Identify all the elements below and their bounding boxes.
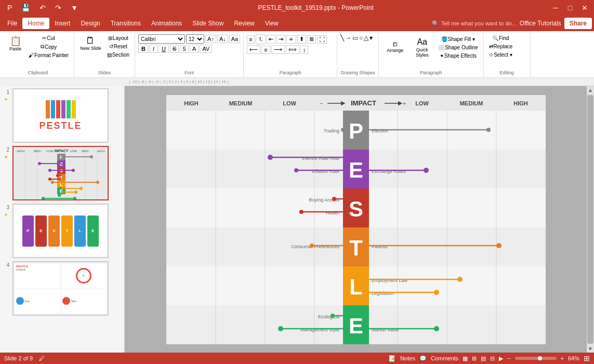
slide-thumb-2[interactable]: 2 ★ HIGH MED LOW IMPACT LOW [2,146,122,200]
new-slide-button[interactable]: 🗒 New Slide [77,34,104,52]
char-spacing-button[interactable]: AV [200,45,212,53]
triangle-shape[interactable]: △ [364,34,368,42]
reset-button[interactable]: ↺ Reset [105,43,131,50]
font-color-button[interactable]: A [190,45,199,53]
replace-button[interactable]: ⇄ Replace [487,43,515,50]
clipboard-label: Clipboard [5,69,71,76]
editing-content: 🔍 Find ⇄ Replace ⊹ Select ▾ [487,34,527,69]
shape-outline-button[interactable]: ⬜ Shape Outline [436,44,480,51]
increase-font-button[interactable]: A↑ [205,35,216,43]
align-left-button[interactable]: ⟵ [247,45,260,54]
menu-file[interactable]: File [2,18,22,29]
fit-slide-button[interactable]: ⊞ [584,354,590,362]
zoom-in-button[interactable]: + [561,355,564,361]
menu-transitions[interactable]: Transitions [105,18,146,29]
menu-review[interactable]: Review [229,18,259,29]
text-direction-button[interactable]: ⬆ [297,35,306,44]
svg-text:E: E [348,314,363,338]
layout-button[interactable]: ⊞ Layout [105,34,131,42]
share-button[interactable]: Share [564,18,592,29]
bullets-button[interactable]: ≡ [247,35,254,44]
search-box[interactable]: 🔍 Tell me what you want to do... [432,20,517,27]
align-text-button[interactable]: ≣ [307,35,316,44]
slide-thumb-1[interactable]: 1 ★ PESTLE [2,88,122,143]
decrease-indent-button[interactable]: ⇤ [267,35,275,44]
app-icon[interactable]: P [4,3,15,13]
circle-shape[interactable]: ○ [359,34,363,42]
format-painter-button[interactable]: 🖌 Format Painter [27,51,71,59]
scroll-up-arrow[interactable]: ▲ [587,86,594,94]
font-family-select[interactable]: Calibri [138,34,185,44]
select-button[interactable]: ⊹ Select ▾ [487,51,515,59]
comments-icon: 💬 [419,355,427,362]
office-tutorials-link[interactable]: Office Tutorials [520,20,561,27]
paste-button[interactable]: 📋 Paste [5,34,25,53]
ruler-horizontal: | -10 | -8 | -6 | -4 | -2 | 0 | 2 | 4 | … [125,78,594,86]
align-right-button[interactable]: ⟶ [271,45,285,54]
italic-button[interactable]: I [150,45,157,53]
arrange-button[interactable]: ⧠ Arrange [382,34,408,60]
customize-qat-button[interactable]: ▼ [68,3,81,13]
columns-button[interactable]: ⫩ [286,35,296,44]
font-row2: B I U S S A AV [138,45,212,53]
bold-button[interactable]: B [138,45,149,53]
line-spacing-button[interactable]: ↕ [300,46,309,54]
minimize-button[interactable]: ─ [550,3,561,13]
slide-thumb-4[interactable]: 4 ★ PESTLE Analysis P Eco [2,261,122,316]
shadow-button[interactable]: S [180,45,189,53]
maximize-button[interactable]: □ [565,3,575,13]
font-size-select[interactable]: 12 [186,34,204,44]
copy-button[interactable]: ⧉ Copy [27,43,71,51]
zoom-slider-thumb[interactable] [538,356,542,360]
zoom-slider[interactable] [515,357,557,360]
svg-point-38 [51,181,54,184]
scroll-thumb[interactable] [587,95,593,344]
view-normal-button[interactable]: ▦ [463,355,468,362]
svg-text:Ecological: Ecological [318,314,339,319]
menu-view[interactable]: View [260,18,284,29]
zoom-out-button[interactable]: − [507,355,510,361]
align-center-button[interactable]: ≡ [261,46,270,54]
clear-format-button[interactable]: Aa [229,35,240,43]
shape-effects-button[interactable]: ✦ Shape Effects [436,52,480,60]
slideshow-button[interactable]: ▶ [499,355,503,362]
slide-thumb-3[interactable]: 3 ★ P E S T L E [2,204,122,258]
shape-fill-button[interactable]: 🪣 Shape Fill ▾ [436,35,480,43]
notes-icon: 📝 [389,355,396,362]
line-shape[interactable]: ╲ [340,34,344,42]
menu-insert[interactable]: Insert [49,18,75,29]
undo-button[interactable]: ↶ [36,3,49,13]
view-reading-button[interactable]: ⊟ [490,355,495,362]
numbering-button[interactable]: ⒈ [256,34,266,44]
view-slide-sorter-button[interactable]: ▤ [481,355,486,362]
increase-indent-button[interactable]: ⇥ [276,35,285,44]
menu-home[interactable]: Home [22,18,49,29]
notes-label[interactable]: Notes [400,355,415,361]
scroll-down-arrow[interactable]: ▼ [587,345,594,353]
main-slide-canvas[interactable]: HIGH MEDIUM LOW − IMPACT + LOW MEDIUM HI… [166,95,546,344]
find-button[interactable]: 🔍 Find [487,34,515,42]
vertical-scrollbar[interactable]: ▲ ▼ [587,86,594,353]
rect-shape[interactable]: ▭ [352,34,358,42]
paste-icon: 📋 [10,36,21,46]
arrow-shape[interactable]: → [345,34,351,42]
view-outline-button[interactable]: ⊞ [472,355,477,362]
section-button[interactable]: ▤ Section [105,51,131,59]
more-shapes[interactable]: ▾ [369,34,373,42]
menu-design[interactable]: Design [75,18,105,29]
menu-animations[interactable]: Animations [146,18,187,29]
redo-button[interactable]: ↷ [52,3,64,13]
slide-info: Slide 2 of 9 [4,355,33,361]
quick-styles-button[interactable]: Aa Quick Styles [409,34,435,60]
justify-button[interactable]: ⟺ [286,45,299,54]
menu-slideshow[interactable]: Slide Show [187,18,229,29]
svg-text:E: E [60,188,63,194]
underline-button[interactable]: U [159,45,169,53]
decrease-font-button[interactable]: A↓ [217,35,228,43]
save-button[interactable]: 💾 [18,3,33,13]
cut-button[interactable]: ✂ Cut [27,34,71,42]
strikethrough-button[interactable]: S [170,45,179,53]
close-button[interactable]: ✕ [579,3,590,13]
comments-label[interactable]: Comments [431,355,458,361]
smartart-button[interactable]: ⛶ [317,35,327,44]
